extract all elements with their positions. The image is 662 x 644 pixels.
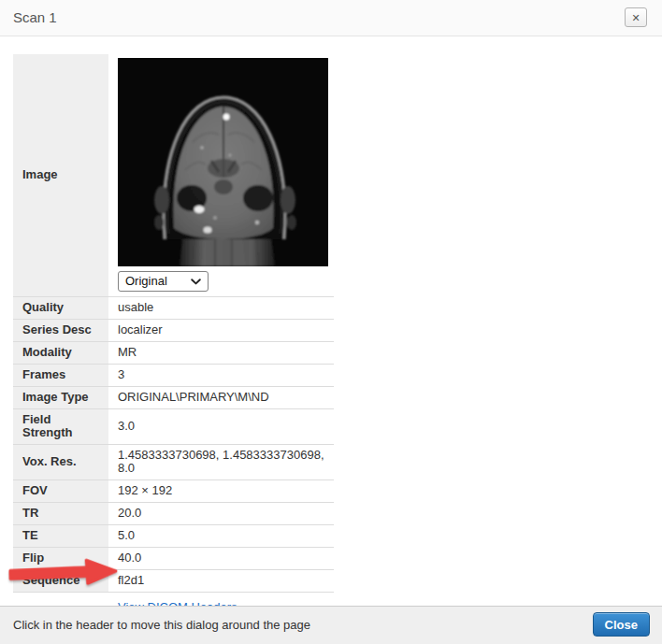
row-label: Modality [13, 342, 108, 365]
table-row: Sequence fl2d1 [13, 570, 334, 593]
row-label: Sequence [13, 570, 108, 593]
table-row: Field Strength 3.0 [13, 409, 334, 445]
dialog-title: Scan 1 [13, 0, 57, 36]
dialog-body: Image [0, 36, 662, 606]
table-row: Vox. Res. 1.4583333730698, 1.45833337306… [13, 445, 334, 480]
row-label: TE [13, 525, 108, 548]
row-value: 40.0 [108, 548, 334, 570]
table-row: TR 20.0 [13, 503, 334, 525]
table-row: Quality usable [13, 297, 334, 320]
close-button[interactable]: Close [593, 612, 650, 637]
row-value: localizer [108, 320, 334, 342]
table-row: Frames 3 [13, 365, 334, 387]
table-row: FOV 192 × 192 [13, 480, 334, 503]
row-label: Frames [13, 365, 108, 387]
row-label: Field Strength [13, 409, 108, 445]
footer-hint-text: Click in the header to move this dialog … [13, 607, 310, 644]
row-label: Flip [13, 548, 108, 570]
row-value: MR [108, 342, 334, 365]
scan-dialog: Scan 1 ✕ Image [0, 0, 662, 644]
table-row: Modality MR [13, 342, 334, 365]
row-label: Image [13, 54, 108, 297]
row-value: usable [108, 297, 334, 320]
table-row: Series Desc localizer [13, 320, 334, 342]
dialog-header[interactable]: Scan 1 ✕ [0, 0, 662, 36]
row-label: Image Type [13, 387, 108, 409]
image-view-select-value: Original [125, 275, 167, 288]
table-row: TE 5.0 [13, 525, 334, 548]
table-row: Image Type ORIGINAL\PRIMARY\M\ND [13, 387, 334, 409]
row-value: ORIGINAL\PRIMARY\M\ND [108, 387, 334, 409]
row-value: 1.4583333730698, 1.4583333730698, 8.0 [108, 445, 334, 480]
row-value: fl2d1 [108, 570, 334, 593]
image-view-select[interactable]: Original [118, 271, 209, 292]
row-value: 3 [108, 365, 334, 387]
row-label: TR [13, 503, 108, 525]
chevron-down-icon [191, 279, 201, 285]
row-value: 192 × 192 [108, 480, 334, 503]
table-row: Flip 40.0 [13, 548, 334, 570]
row-value: 20.0 [108, 503, 334, 525]
dialog-footer: Click in the header to move this dialog … [0, 606, 662, 644]
mri-image [118, 58, 328, 266]
table-row-image: Image [13, 54, 334, 297]
row-label: Quality [13, 297, 108, 320]
scan-details-table: Image [13, 54, 334, 623]
row-label: FOV [13, 480, 108, 503]
close-icon[interactable]: ✕ [625, 7, 647, 27]
row-label: Vox. Res. [13, 445, 108, 480]
row-value: 5.0 [108, 525, 334, 548]
row-label: Series Desc [13, 320, 108, 342]
row-value: 3.0 [108, 409, 334, 445]
